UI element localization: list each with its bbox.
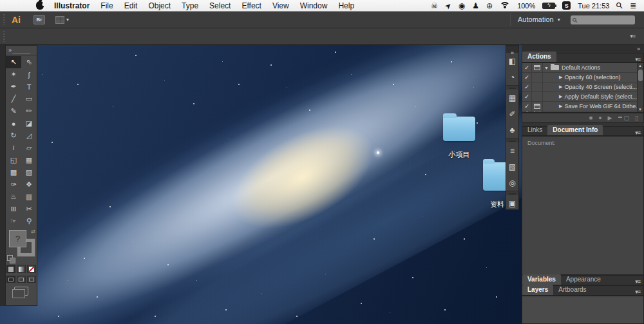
type-tool[interactable]: T xyxy=(21,81,37,93)
menu-select[interactable]: Select xyxy=(209,1,231,10)
strip-group-divider[interactable] xyxy=(506,191,518,195)
artboard-tool[interactable]: ⊞ xyxy=(6,203,21,215)
blob-brush-tool[interactable]: ● xyxy=(6,117,21,129)
pencil-tool[interactable]: ✏ xyxy=(21,105,37,117)
gradient-tool[interactable]: ▧ xyxy=(21,166,37,178)
slice-tool[interactable]: ✂ xyxy=(21,203,37,215)
target-icon[interactable]: ◉ xyxy=(459,2,465,10)
gradient-button[interactable] xyxy=(17,265,26,273)
paintbrush-tool[interactable]: ✎ xyxy=(6,105,21,117)
play-action-button[interactable]: ▶ xyxy=(608,115,612,121)
stop-playing-button[interactable]: ■ xyxy=(589,115,592,121)
tab-document-info[interactable]: Document Info xyxy=(547,125,603,135)
strip-group-divider[interactable] xyxy=(506,138,518,142)
collapse-dock-icon[interactable]: » xyxy=(8,48,12,53)
rectangle-tool[interactable]: ▭ xyxy=(21,93,37,105)
menu-edit[interactable]: Edit xyxy=(124,1,138,10)
tab-appearance[interactable]: Appearance xyxy=(561,274,606,285)
battery-icon[interactable]: ϟ xyxy=(542,3,555,9)
wifi-icon[interactable] xyxy=(500,2,510,10)
panel-menu-icon[interactable]: ▾≡ xyxy=(635,56,640,62)
dialog-toggle[interactable] xyxy=(531,65,542,70)
lasso-tool[interactable]: ʃ xyxy=(21,68,37,81)
apple-menu-icon[interactable] xyxy=(36,1,44,10)
hand-tool[interactable]: ☞ xyxy=(6,215,21,227)
direct-selection-tool[interactable]: ⇖ xyxy=(21,56,37,68)
swap-fill-stroke-icon[interactable]: ⇄ xyxy=(31,229,35,234)
transparency-panel-icon[interactable]: ◎ xyxy=(506,175,518,191)
action-checkbox[interactable]: ✓ xyxy=(522,64,531,71)
collapse-dock-icon[interactable]: » xyxy=(637,46,640,52)
action-checkbox[interactable]: ✓ xyxy=(522,84,531,90)
draw-inside-button[interactable] xyxy=(27,276,36,283)
shadowsocks-icon[interactable]: S xyxy=(562,1,571,10)
menu-file[interactable]: File xyxy=(100,1,113,10)
drag-handle[interactable] xyxy=(12,53,30,54)
perspective-grid-tool[interactable]: ▦ xyxy=(21,154,37,166)
crosshair-icon[interactable]: ⊕ xyxy=(486,2,493,10)
column-graph-tool[interactable]: ▥ xyxy=(21,191,37,203)
expand-triangle-icon[interactable]: ▼ xyxy=(544,66,549,70)
strip-header[interactable]: » xyxy=(506,46,518,53)
fill-swatch[interactable]: ? xyxy=(9,230,26,247)
arrange-documents-button[interactable]: ▾ xyxy=(55,16,69,24)
color-button[interactable] xyxy=(6,265,15,273)
action-checkbox[interactable]: ✓ xyxy=(522,74,531,81)
menu-illustrator[interactable]: Illustrator xyxy=(54,1,90,10)
mesh-tool[interactable]: ▩ xyxy=(6,166,21,178)
draw-behind-button[interactable] xyxy=(17,276,26,283)
tools-panel-header[interactable]: » xyxy=(6,46,37,56)
menu-window[interactable]: Window xyxy=(300,1,328,10)
workspace-switcher[interactable]: Automation ▾ xyxy=(518,15,560,23)
free-transform-tool[interactable]: ▱ xyxy=(21,142,37,154)
collapse-dock-icon[interactable]: » xyxy=(511,50,514,56)
tab-layers[interactable]: Layers xyxy=(522,285,553,295)
menu-clock[interactable]: Tue 21:53 xyxy=(578,2,609,10)
tab-variables[interactable]: Variables xyxy=(522,274,561,285)
notification-center-icon[interactable]: ≣ xyxy=(630,2,636,10)
menu-view[interactable]: View xyxy=(272,1,289,10)
scroll-down-icon[interactable]: ▼ xyxy=(638,108,642,111)
blend-tool[interactable]: ❖ xyxy=(21,178,37,191)
pen-tool[interactable]: ✒ xyxy=(6,81,21,93)
menu-effect[interactable]: Effect xyxy=(242,1,261,10)
symbols-panel-icon[interactable]: ♣ xyxy=(506,122,518,138)
tab-artboards[interactable]: Artboards xyxy=(553,285,591,295)
stroke-panel-icon[interactable]: ≡ xyxy=(506,142,518,158)
symbol-sprayer-tool[interactable]: ♨ xyxy=(6,191,21,203)
selection-tool[interactable]: ↖ xyxy=(6,56,21,68)
panel-menu-icon[interactable]: ▾≡ xyxy=(635,129,640,136)
none-button[interactable] xyxy=(27,265,36,273)
bridge-button[interactable]: Br xyxy=(33,15,45,24)
action-row[interactable]: ✓ ▶ Opacity 40 Screen (selecti... xyxy=(522,82,643,92)
magic-wand-tool[interactable]: ✶ xyxy=(6,68,21,81)
screen-mode-button[interactable] xyxy=(14,287,28,296)
rotate-tool[interactable]: ↻ xyxy=(6,129,21,142)
strip-group-divider[interactable] xyxy=(506,85,518,90)
expand-triangle-icon[interactable]: ▶ xyxy=(559,75,562,80)
eyedropper-tool[interactable]: ✑ xyxy=(6,178,21,191)
desktop-folder-small-project[interactable]: 小项目 xyxy=(440,117,478,160)
line-segment-tool[interactable]: ╱ xyxy=(6,93,21,105)
bell-icon[interactable]: ♟ xyxy=(472,2,479,10)
spotlight-icon[interactable]: ⚲ xyxy=(614,0,625,11)
new-action-button[interactable]: ▢ xyxy=(624,115,630,121)
scrollbar-thumb[interactable] xyxy=(638,70,643,81)
action-row[interactable]: ✓ ▶ Save For Web GIF 64 Dithe... xyxy=(522,102,643,111)
telegram-icon[interactable]: ➤ xyxy=(443,1,453,11)
actions-scrollbar[interactable]: ▲ ▼ xyxy=(637,63,643,112)
expand-triangle-icon[interactable]: ▶ xyxy=(559,94,562,99)
draw-normal-button[interactable] xyxy=(6,276,15,283)
panel-menu-icon[interactable]: ▾≡ xyxy=(635,289,640,295)
menu-type[interactable]: Type xyxy=(182,1,198,10)
zoom-tool[interactable]: ⚲ xyxy=(21,215,37,227)
graphic-styles-panel-icon[interactable]: ▣ xyxy=(506,195,518,211)
dialog-toggle[interactable] xyxy=(531,104,542,109)
panel-menu-icon[interactable]: ▾≡ xyxy=(630,33,635,39)
gradient-panel-icon[interactable]: ▧ xyxy=(506,158,518,175)
menu-help[interactable]: Help xyxy=(338,1,354,10)
shape-builder-tool[interactable]: ◱ xyxy=(6,154,21,166)
panel-menu-icon[interactable]: ▾≡ xyxy=(635,278,640,285)
swatches-panel-icon[interactable]: ▦ xyxy=(506,90,518,106)
begin-recording-button[interactable]: ● xyxy=(598,115,601,121)
